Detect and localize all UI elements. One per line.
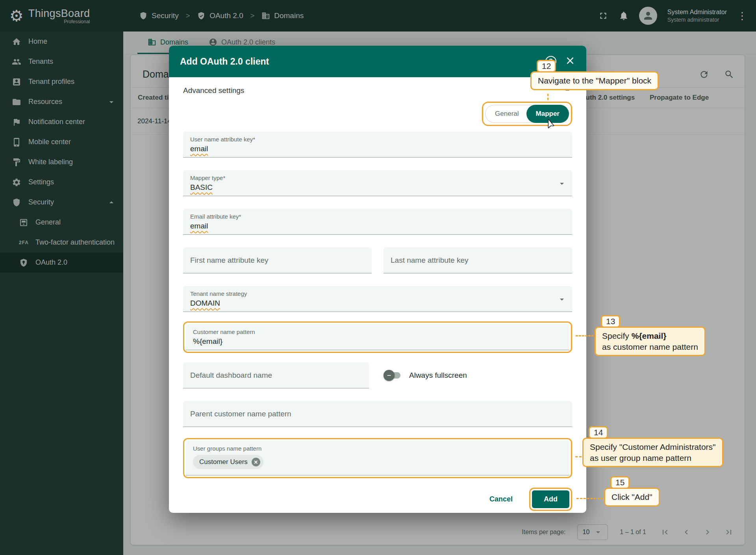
always-fullscreen-toggle[interactable]: − (385, 372, 400, 379)
callout-connector (576, 335, 594, 336)
step-badge: 13 (601, 315, 620, 328)
section-title: Advanced settings (183, 86, 244, 95)
dropdown-caret-icon[interactable] (557, 295, 567, 306)
parent-customer-pattern-field[interactable]: Parent customer name pattern (183, 401, 572, 427)
toggle-knob: − (384, 370, 395, 381)
dialog-header: Add OAuth 2.0 client ? (169, 46, 586, 77)
customer-name-pattern-field[interactable]: Customer name pattern %{email} (186, 324, 569, 350)
chip-remove-icon[interactable]: ✕ (252, 458, 260, 466)
app-root: ⚙ ThingsBoard Professional Security > OA… (0, 0, 756, 555)
step-badge: 14 (589, 426, 608, 439)
callout-step-12: 12 Navigate to the "Mapper" block (530, 60, 659, 90)
step-badge: 12 (537, 60, 556, 72)
mouse-cursor-icon (546, 118, 557, 131)
callout-text: Specify %{email} as customer name patter… (595, 327, 706, 356)
username-attribute-field[interactable]: User name attribute key* email (183, 132, 572, 158)
callout-step-13: 13 Specify %{email} as customer name pat… (595, 315, 706, 356)
always-fullscreen-label: Always fullscreen (409, 371, 467, 380)
callout-text: Navigate to the "Mapper" block (530, 71, 659, 90)
dialog-body: Advanced settings General Mapper User na… (169, 85, 586, 511)
user-groups-pattern-field[interactable]: User groups name pattern Customer Users … (186, 441, 569, 475)
toggle-general-button[interactable]: General (485, 105, 526, 123)
email-attribute-field[interactable]: Email attribute key* email (183, 209, 572, 235)
callout-connector (575, 456, 582, 457)
callout-text: Specify "Customer Administrators" as use… (582, 438, 723, 467)
callout-connector (547, 94, 548, 100)
default-dashboard-field[interactable]: Default dashboard name (183, 362, 369, 388)
tenant-name-strategy-select[interactable]: Tenant name strategy DOMAIN (183, 286, 572, 312)
tutorial-highlight-toggle: General Mapper (482, 102, 572, 126)
step-badge: 15 (610, 476, 630, 489)
user-group-chip[interactable]: Customer Users ✕ (193, 455, 263, 469)
tutorial-highlight-user-groups: User groups name pattern Customer Users … (183, 438, 572, 478)
callout-text: Click "Add" (604, 488, 660, 507)
last-name-attribute-field[interactable]: Last name attribute key (384, 247, 572, 273)
callout-connector (576, 498, 603, 499)
dialog-title: Add OAuth 2.0 client (180, 56, 545, 67)
callout-step-14: 14 Specify "Customer Administrators" as … (582, 426, 723, 467)
callout-step-15: 15 Click "Add" (604, 476, 660, 507)
cancel-button[interactable]: Cancel (487, 495, 515, 504)
dropdown-caret-icon[interactable] (557, 179, 567, 190)
add-button[interactable]: Add (532, 490, 569, 508)
tutorial-highlight-add: Add (529, 488, 572, 511)
mapper-type-select[interactable]: Mapper type* BASIC (183, 170, 572, 196)
tutorial-highlight-customer-pattern: Customer name pattern %{email} (183, 321, 572, 353)
first-name-attribute-field[interactable]: First name attribute key (183, 247, 372, 273)
add-oauth-client-dialog: Add OAuth 2.0 client ? Advanced settings… (169, 46, 586, 513)
